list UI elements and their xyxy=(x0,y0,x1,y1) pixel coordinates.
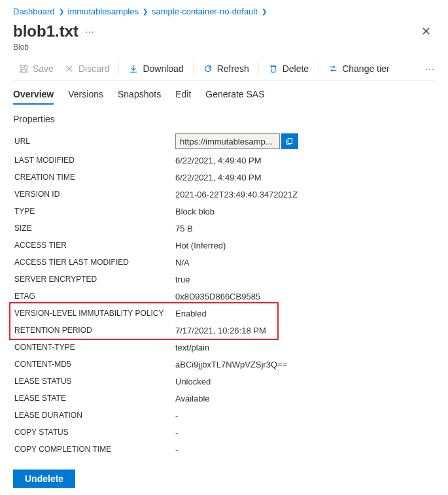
prop-label-lease-status: LEASE STATUS xyxy=(13,377,175,386)
breadcrumb-dashboard[interactable]: Dashboard xyxy=(13,7,55,16)
breadcrumb-account[interactable]: immutablesamples xyxy=(68,7,139,16)
prop-label-copy-status: COPY STATUS xyxy=(13,428,175,437)
prop-label-lease-state: LEASE STATE xyxy=(13,394,175,403)
undelete-button[interactable]: Undelete xyxy=(13,469,75,488)
toolbar: Save Discard Download Refresh Delete Cha… xyxy=(13,61,435,81)
refresh-icon xyxy=(203,63,213,74)
discard-button: Discard xyxy=(59,61,114,77)
separator xyxy=(258,62,259,75)
chevron-right-icon: ❯ xyxy=(262,8,267,15)
page-title: blob1.txt xyxy=(13,22,78,41)
url-field[interactable]: https://immutablesamp... xyxy=(175,133,280,149)
prop-label-copy-completion: COPY COMPLETION TIME xyxy=(13,445,175,454)
prop-label-size: SIZE xyxy=(13,224,175,233)
copy-icon xyxy=(285,137,294,146)
prop-value-lease-state: Available xyxy=(175,394,210,403)
prop-value-access-tier-lm: N/A xyxy=(175,258,190,267)
prop-value-server-encrypted: true xyxy=(175,275,190,284)
separator xyxy=(118,62,119,75)
separator xyxy=(318,62,319,75)
change-tier-button[interactable]: Change tier xyxy=(322,61,394,77)
page-subtitle: Blob xyxy=(13,43,435,52)
prop-value-etag: 0x8D935D866CB9585 xyxy=(175,292,260,301)
discard-label: Discard xyxy=(78,63,109,74)
chevron-right-icon: ❯ xyxy=(59,8,64,15)
delete-label: Delete xyxy=(283,63,309,74)
prop-value-vli-policy: Enabled xyxy=(175,309,207,318)
toolbar-more-icon[interactable]: ··· xyxy=(425,63,435,74)
prop-label-url: URL xyxy=(13,137,175,146)
tabs: Overview Versions Snapshots Edit Generat… xyxy=(13,89,435,105)
prop-label-retention: RETENTION PERIOD xyxy=(13,326,175,335)
prop-value-access-tier: Hot (Inferred) xyxy=(175,241,226,250)
prop-label-content-type: CONTENT-TYPE xyxy=(13,343,175,352)
breadcrumb-container[interactable]: sample-container-no-default xyxy=(152,7,258,16)
prop-label-server-encrypted: SERVER ENCRYPTED xyxy=(13,275,175,284)
prop-label-lease-duration: LEASE DURATION xyxy=(13,411,175,420)
prop-value-content-type: text/plain xyxy=(175,343,209,352)
discard-icon xyxy=(64,63,75,74)
copy-url-button[interactable] xyxy=(281,133,298,149)
prop-value-lease-duration: - xyxy=(175,411,178,420)
prop-label-creation-time: CREATION TIME xyxy=(13,173,175,182)
properties-table: URL https://immutablesamp... LAST MODIFI… xyxy=(13,131,435,458)
prop-value-copy-status: - xyxy=(175,428,178,437)
delete-icon xyxy=(268,63,279,74)
prop-value-size: 75 B xyxy=(175,224,193,233)
prop-value-version-id: 2021-06-22T23:49:40.3472021Z xyxy=(175,190,298,199)
save-button: Save xyxy=(13,61,59,77)
prop-value-last-modified: 6/22/2021, 4:49:40 PM xyxy=(175,156,262,165)
prop-label-version-id: VERSION ID xyxy=(13,190,175,199)
prop-label-access-tier: ACCESS TIER xyxy=(13,241,175,250)
prop-value-copy-completion: - xyxy=(175,445,178,454)
change-tier-label: Change tier xyxy=(342,63,389,74)
prop-label-last-modified: LAST MODIFIED xyxy=(13,156,175,165)
download-button[interactable]: Download xyxy=(123,61,188,77)
prop-label-content-md5: CONTENT-MD5 xyxy=(13,360,175,369)
tab-overview[interactable]: Overview xyxy=(13,89,54,105)
tab-edit[interactable]: Edit xyxy=(175,89,191,105)
prop-label-etag: ETAG xyxy=(13,292,175,301)
download-label: Download xyxy=(143,63,183,74)
prop-value-content-md5: aBCi9jjbxTL7NWpVZSjr3Q== xyxy=(175,360,287,369)
prop-label-type: TYPE xyxy=(13,207,175,216)
download-icon xyxy=(128,63,139,74)
change-tier-icon xyxy=(328,63,338,74)
tab-snapshots[interactable]: Snapshots xyxy=(118,89,161,105)
prop-label-vli-policy: VERSION-LEVEL IMMUTABILITY POLICY xyxy=(13,309,175,318)
chevron-right-icon: ❯ xyxy=(143,8,148,15)
tab-generate-sas[interactable]: Generate SAS xyxy=(205,89,264,105)
prop-value-lease-status: Unlocked xyxy=(175,377,211,386)
more-menu-icon[interactable]: ··· xyxy=(85,26,95,37)
save-icon xyxy=(18,63,29,74)
close-icon[interactable]: ✕ xyxy=(417,22,435,41)
delete-button[interactable]: Delete xyxy=(263,61,314,77)
prop-label-access-tier-lm: ACCESS TIER LAST MODIFIED xyxy=(13,258,175,267)
section-heading-properties: Properties xyxy=(13,114,435,124)
prop-value-creation-time: 6/22/2021, 4:49:40 PM xyxy=(175,173,262,182)
separator xyxy=(193,62,194,75)
breadcrumb: Dashboard ❯ immutablesamples ❯ sample-co… xyxy=(13,7,435,16)
refresh-button[interactable]: Refresh xyxy=(198,61,254,77)
tab-versions[interactable]: Versions xyxy=(68,89,103,105)
save-label: Save xyxy=(33,63,54,74)
prop-value-retention: 7/17/2021, 10:26:18 PM xyxy=(175,326,266,335)
prop-value-type: Block blob xyxy=(175,207,215,216)
title-row: blob1.txt ··· ✕ xyxy=(13,22,435,41)
refresh-label: Refresh xyxy=(217,63,249,74)
